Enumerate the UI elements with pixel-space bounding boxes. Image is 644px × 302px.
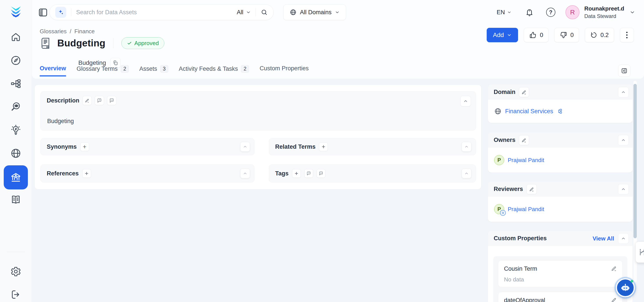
flow-icon <box>10 78 22 89</box>
panel-left-icon <box>38 7 48 18</box>
widget-handle-icon <box>638 248 644 257</box>
robot-icon <box>620 282 631 294</box>
sidebar-item-lineage[interactable] <box>5 73 27 94</box>
reviewers-header: Reviewers <box>488 181 632 197</box>
tab-overview[interactable]: Overview <box>40 65 66 76</box>
comment-icon <box>306 171 311 176</box>
owner-avatar: P <box>494 155 504 165</box>
sidebar-item-observability[interactable] <box>5 96 27 117</box>
ai-sparkle-icon[interactable] <box>55 7 66 18</box>
globe-icon <box>10 148 22 159</box>
synonyms-title: Synonyms <box>47 144 77 150</box>
description-tasks-button[interactable] <box>107 96 116 105</box>
add-reference-button[interactable]: + <box>82 169 91 178</box>
sidebar-item-domains[interactable] <box>5 143 27 164</box>
custom-properties-collapse-button[interactable] <box>618 233 629 244</box>
sidebar-item-explore[interactable] <box>5 50 27 71</box>
upvote-button[interactable]: 0 <box>524 28 548 42</box>
breadcrumb-separator: / <box>70 28 71 35</box>
user-info: Rounakpreet.d Data Steward <box>584 5 624 19</box>
right-panel-scrollbar[interactable] <box>634 84 637 238</box>
tab-label: Assets <box>139 65 157 72</box>
edit-owners-button[interactable] <box>519 135 529 145</box>
chat-assistant-button[interactable] <box>616 278 635 297</box>
logout-icon <box>10 289 21 300</box>
app-logo[interactable] <box>9 5 22 18</box>
pencil-icon <box>611 297 617 302</box>
references-collapse-button[interactable] <box>240 169 250 178</box>
chevron-up-icon <box>243 171 247 176</box>
sidebar-item-insights[interactable] <box>5 120 27 141</box>
search-divider <box>71 8 71 16</box>
related-terms-collapse-button[interactable] <box>462 142 471 151</box>
edit-reviewers-button[interactable] <box>526 184 537 194</box>
synonyms-collapse-button[interactable] <box>240 142 250 151</box>
edit-domain-button[interactable] <box>519 87 529 97</box>
tab-custom-properties[interactable]: Custom Properties <box>260 65 309 75</box>
search-input[interactable] <box>76 9 237 16</box>
owners-collapse-button[interactable] <box>618 135 629 146</box>
version-button[interactable]: 0.2 <box>585 28 614 42</box>
collapse-right-panel-button[interactable] <box>618 65 630 77</box>
floating-widget-handle[interactable] <box>636 242 644 263</box>
tab-assets[interactable]: Assets 3 <box>139 65 168 76</box>
downvote-button[interactable]: 0 <box>554 28 579 42</box>
breadcrumb-finance[interactable]: Finance <box>74 28 95 35</box>
reviewer-link[interactable]: Prajwal Pandit <box>508 206 544 213</box>
add-related-term-button[interactable]: + <box>319 142 328 151</box>
add-synonym-button[interactable]: + <box>80 142 89 151</box>
add-tag-button[interactable]: + <box>292 169 301 178</box>
view-all-link[interactable]: View All <box>593 235 614 242</box>
description-collapse-button[interactable] <box>460 96 471 106</box>
version-number: 0.2 <box>600 32 609 38</box>
pencil-icon <box>521 90 526 95</box>
gear-icon <box>10 266 22 277</box>
user-avatar[interactable]: R <box>566 5 580 19</box>
logo-icon <box>9 5 22 18</box>
compass-icon <box>10 55 22 66</box>
reviewer-row: P Prajwal Pandit <box>494 204 626 214</box>
reviewer-avatar: P <box>494 204 504 214</box>
sidebar-item-home[interactable] <box>5 26 27 47</box>
chevron-down-icon <box>246 10 251 15</box>
domains-label: All Domains <box>300 9 332 16</box>
tags-tasks-button[interactable] <box>316 169 326 178</box>
sidebar-toggle-button[interactable] <box>37 6 49 18</box>
request-description-button[interactable] <box>95 96 104 105</box>
breadcrumb: Glossaries / Finance <box>40 28 95 35</box>
sidebar-item-logout[interactable] <box>5 284 27 302</box>
search-submit-icon[interactable] <box>261 9 268 16</box>
help-button[interactable]: ? <box>546 8 555 17</box>
help-glyph: ? <box>549 9 552 15</box>
domain-collapse-button[interactable] <box>618 87 629 97</box>
tags-collapse-button[interactable] <box>462 169 471 178</box>
request-tags-button[interactable] <box>304 169 313 178</box>
references-card: References + <box>40 164 254 182</box>
all-domains-dropdown[interactable]: All Domains <box>283 4 346 20</box>
tab-glossary-terms[interactable]: Glossary Terms 2 <box>76 65 129 76</box>
owner-link[interactable]: Prajwal Pandit <box>508 157 544 163</box>
notifications-button[interactable] <box>525 8 534 17</box>
breadcrumb-glossaries[interactable]: Glossaries <box>40 28 67 35</box>
domain-link[interactable]: Financial Services <box>505 108 553 115</box>
more-options-button[interactable] <box>620 28 634 42</box>
chevron-down-icon <box>507 10 512 14</box>
add-button[interactable]: Add <box>487 28 518 42</box>
tab-activity-feeds[interactable]: Activity Feeds & Tasks 2 <box>179 65 249 76</box>
user-menu-chevron-icon[interactable] <box>630 9 635 15</box>
entity-actions: Add 0 0 0.2 <box>487 28 634 42</box>
sidebar-item-settings[interactable] <box>5 261 27 282</box>
reviewers-section: Reviewers P <box>488 181 632 222</box>
edit-description-button[interactable] <box>82 96 92 105</box>
language-selector[interactable]: EN <box>496 9 512 16</box>
sidebar-item-glossary[interactable] <box>4 165 28 189</box>
search-scope-dropdown[interactable]: All <box>237 9 251 16</box>
glossary-term-icon <box>39 37 52 49</box>
sidebar-item-knowledge-center[interactable] <box>5 189 27 210</box>
reviewers-title: Reviewers <box>494 186 523 192</box>
tab-count-badge: 3 <box>160 65 168 73</box>
edit-property-button[interactable] <box>611 265 617 272</box>
reviewers-collapse-button[interactable] <box>618 184 629 194</box>
bulb-icon <box>10 124 22 136</box>
edit-property-button[interactable] <box>611 297 617 302</box>
